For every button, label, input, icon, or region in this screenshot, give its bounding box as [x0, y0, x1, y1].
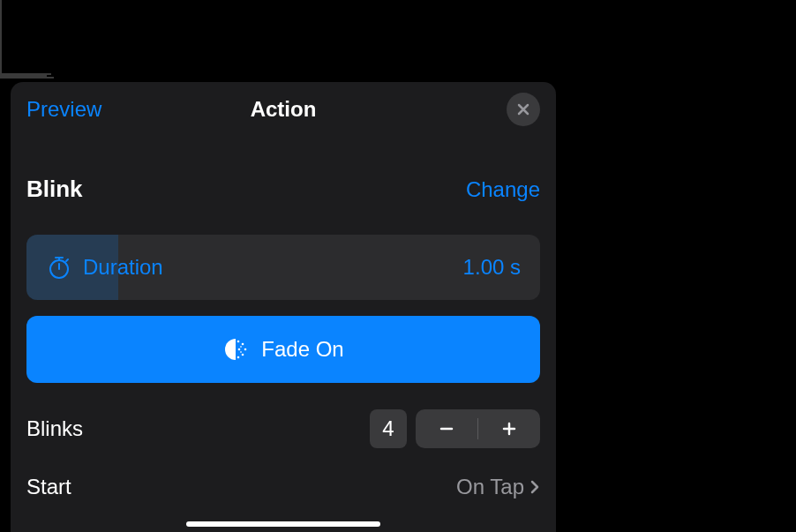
- panel-title: Action: [251, 97, 317, 122]
- fade-icon: [222, 336, 249, 363]
- duration-label: Duration: [83, 255, 163, 280]
- svg-point-3: [244, 348, 247, 351]
- blinks-label: Blinks: [26, 416, 83, 441]
- blinks-value: 4: [370, 409, 407, 448]
- minus-icon: [438, 420, 455, 438]
- change-button[interactable]: Change: [466, 177, 540, 202]
- svg-point-7: [240, 346, 242, 348]
- stopwatch-icon: [46, 254, 72, 281]
- svg-point-1: [237, 341, 240, 343]
- preview-button[interactable]: Preview: [26, 97, 101, 122]
- fade-on-button[interactable]: Fade On: [26, 316, 540, 383]
- close-button[interactable]: [507, 93, 540, 126]
- effect-row: Blink Change: [26, 176, 540, 203]
- start-value: On Tap: [456, 475, 524, 499]
- increment-button[interactable]: [478, 409, 540, 448]
- svg-point-5: [237, 356, 240, 359]
- close-icon: [516, 102, 530, 116]
- plus-icon: [500, 420, 518, 438]
- duration-slider[interactable]: Duration 1.00 s: [26, 235, 540, 300]
- svg-point-2: [242, 343, 244, 346]
- home-indicator[interactable]: [186, 521, 380, 527]
- start-label: Start: [26, 475, 71, 499]
- panel-header: Preview Action: [11, 82, 556, 137]
- svg-point-6: [238, 348, 241, 351]
- effect-name: Blink: [26, 176, 83, 203]
- fade-label: Fade On: [261, 337, 343, 362]
- start-value-group[interactable]: On Tap: [456, 475, 540, 499]
- chevron-right-icon: [529, 479, 540, 495]
- duration-value: 1.00 s: [463, 255, 521, 280]
- action-panel: Preview Action Blink Change: [11, 82, 556, 532]
- svg-point-4: [242, 354, 244, 356]
- decrement-button[interactable]: [416, 409, 477, 448]
- blinks-stepper: [416, 409, 540, 448]
- blinks-row: Blinks 4: [26, 409, 540, 448]
- start-row[interactable]: Start On Tap: [26, 475, 540, 508]
- svg-point-8: [240, 351, 242, 353]
